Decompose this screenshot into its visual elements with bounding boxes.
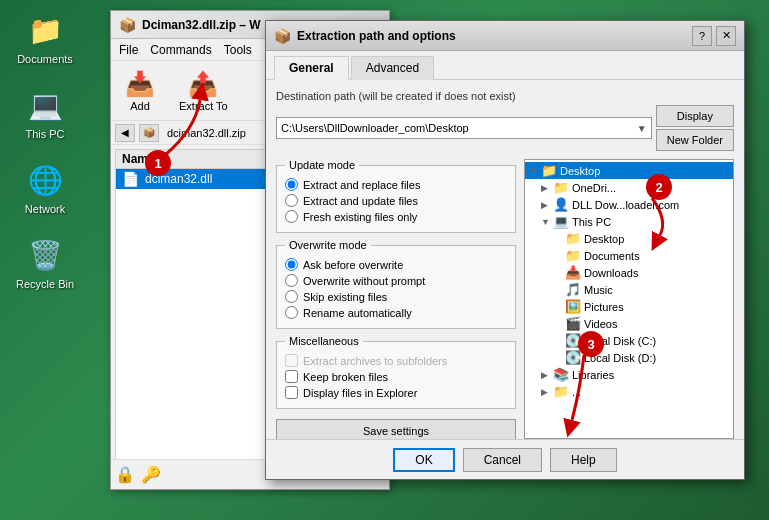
menu-commands[interactable]: Commands	[150, 43, 211, 57]
path-icon-btn[interactable]: 📦	[139, 124, 159, 142]
without-prompt-radio[interactable]	[285, 274, 298, 287]
menu-file[interactable]: File	[119, 43, 138, 57]
thispc-label: This PC	[25, 128, 64, 140]
display-explorer-label: Display files in Explorer	[303, 387, 417, 399]
path-filename: dciman32.dll.zip	[167, 127, 246, 139]
help-button[interactable]: Help	[550, 448, 617, 472]
tree-item-desktop[interactable]: ▼ 📁 Desktop	[525, 162, 733, 179]
path-back-btn[interactable]: ◀	[115, 124, 135, 142]
extract-replace-label: Extract and replace files	[303, 179, 420, 191]
tree-item-libraries[interactable]: ▶ 📚 Libraries	[525, 366, 733, 383]
dropdown-arrow-icon: ▼	[637, 123, 647, 134]
new-folder-button[interactable]: New Folder	[656, 129, 734, 151]
dialog-title: Extraction path and options	[297, 29, 456, 43]
tree-item-dlldownloader[interactable]: ▶ 👤 DLL Dow...loader.com	[525, 196, 733, 213]
expand-icon: ▼	[529, 166, 541, 176]
explorer-title-icon: 📦	[119, 17, 136, 33]
ok-button[interactable]: OK	[393, 448, 454, 472]
tree-label-desktop: Desktop	[560, 165, 600, 177]
tab-general[interactable]: General	[274, 56, 349, 80]
tree-item-desktop2[interactable]: 📁 Desktop	[525, 230, 733, 247]
extract-replace-radio[interactable]	[285, 178, 298, 191]
extract-to-button[interactable]: 📤 Extract To	[173, 66, 234, 116]
extract-subfolders-checkbox[interactable]	[285, 354, 298, 367]
tree-label-onedrive: OneDri...	[572, 182, 616, 194]
thispc-icon[interactable]: 💻 This PC	[10, 85, 80, 140]
network-label: Network	[25, 203, 65, 215]
skip-existing-label: Skip existing files	[303, 291, 387, 303]
network-icon[interactable]: 🌐 Network	[10, 160, 80, 215]
tree-label-videos: Videos	[584, 318, 617, 330]
tree-label-pictures: Pictures	[584, 301, 624, 313]
tree-item-music[interactable]: 🎵 Music	[525, 281, 733, 298]
close-title-btn[interactable]: ✕	[716, 26, 736, 46]
tree-item-downloads[interactable]: 📥 Downloads	[525, 264, 733, 281]
tree-item-localdiskc[interactable]: 💽 Local Disk (C:)	[525, 332, 733, 349]
miscellaneous-group: Miscellaneous Extract archives to subfol…	[276, 335, 516, 409]
tree-label-music: Music	[584, 284, 613, 296]
fresh-existing-label: Fresh existing files only	[303, 211, 417, 223]
options-panel: Update mode Extract and replace files Ex…	[276, 159, 516, 439]
tree-item-onedrive[interactable]: ▶ 📁 OneDri...	[525, 179, 733, 196]
content-split: Update mode Extract and replace files Ex…	[276, 159, 734, 439]
misc-legend: Miscellaneous	[285, 335, 363, 347]
extraction-dialog: 📦 Extraction path and options ? ✕ Genera…	[265, 20, 745, 480]
tree-label-localdiskd: Local Disk (D:)	[584, 352, 656, 364]
fresh-existing-radio[interactable]	[285, 210, 298, 223]
folder-tree-panel: ▼ 📁 Desktop ▶ 📁 OneDri... ▶ 👤 DLL D	[524, 159, 734, 439]
fresh-existing-row[interactable]: Fresh existing files only	[285, 210, 507, 223]
ask-before-radio[interactable]	[285, 258, 298, 271]
explorer-title: Dciman32.dll.zip – W	[142, 18, 261, 32]
skip-existing-radio[interactable]	[285, 290, 298, 303]
ask-before-label: Ask before overwrite	[303, 259, 403, 271]
file-name: dciman32.dll	[145, 172, 212, 186]
tree-label-unknown: ...	[572, 386, 581, 398]
menu-tools[interactable]: Tools	[224, 43, 252, 57]
update-mode-group: Update mode Extract and replace files Ex…	[276, 159, 516, 233]
rename-auto-radio[interactable]	[285, 306, 298, 319]
dialog-tabs: General Advanced	[266, 51, 744, 80]
tree-label-downloads: Downloads	[584, 267, 638, 279]
documents-icon[interactable]: 📁 Documents	[10, 10, 80, 65]
help-title-btn[interactable]: ?	[692, 26, 712, 46]
tree-item-thispc[interactable]: ▼ 💻 This PC	[525, 213, 733, 230]
add-button[interactable]: 📥 Add	[119, 66, 161, 116]
update-mode-legend: Update mode	[285, 159, 359, 171]
recyclebin-icon[interactable]: 🗑️ Recycle Bin	[10, 235, 80, 290]
tree-label-documents: Documents	[584, 250, 640, 262]
file-icon: 📄	[122, 171, 139, 187]
destination-path-value: C:\Users\DllDownloader_com\Desktop	[281, 122, 469, 134]
add-label: Add	[130, 100, 150, 112]
dialog-titlebar: 📦 Extraction path and options ? ✕	[266, 21, 744, 51]
dialog-content: Destination path (will be created if doe…	[266, 80, 744, 449]
tree-item-videos[interactable]: 🎬 Videos	[525, 315, 733, 332]
destination-path-input[interactable]: C:\Users\DllDownloader_com\Desktop ▼	[276, 117, 652, 139]
tree-label-localdiskc: Local Disk (C:)	[584, 335, 656, 347]
tree-label-dlldownloader: DLL Dow...loader.com	[572, 199, 679, 211]
cancel-button[interactable]: Cancel	[463, 448, 542, 472]
tree-label-thispc: This PC	[572, 216, 611, 228]
destination-label: Destination path (will be created if doe…	[276, 90, 734, 102]
tab-advanced[interactable]: Advanced	[351, 56, 434, 80]
tree-item-documents[interactable]: 📁 Documents	[525, 247, 733, 264]
rename-auto-label: Rename automatically	[303, 307, 412, 319]
desktop-icon-list: 📁 Documents 💻 This PC 🌐 Network 🗑️ Recyc…	[10, 10, 80, 290]
keep-broken-label: Keep broken files	[303, 371, 388, 383]
tree-item-unknown[interactable]: ▶ 📁 ...	[525, 383, 733, 400]
folder-tree-scroll[interactable]: ▼ 📁 Desktop ▶ 📁 OneDri... ▶ 👤 DLL D	[525, 160, 733, 438]
overwrite-mode-legend: Overwrite mode	[285, 239, 371, 251]
extract-replace-row[interactable]: Extract and replace files	[285, 178, 507, 191]
dialog-footer: OK Cancel Help	[266, 439, 744, 479]
extract-subfolders-label: Extract archives to subfolders	[303, 355, 447, 367]
extract-update-row[interactable]: Extract and update files	[285, 194, 507, 207]
display-button[interactable]: Display	[656, 105, 734, 127]
destination-section: Destination path (will be created if doe…	[276, 90, 734, 151]
keep-broken-checkbox[interactable]	[285, 370, 298, 383]
tree-item-localdiskd[interactable]: 💽 Local Disk (D:)	[525, 349, 733, 366]
extract-update-radio[interactable]	[285, 194, 298, 207]
tree-item-pictures[interactable]: 🖼️ Pictures	[525, 298, 733, 315]
dialog-title-icon: 📦	[274, 28, 291, 44]
display-explorer-checkbox[interactable]	[285, 386, 298, 399]
extract-label: Extract To	[179, 100, 228, 112]
recyclebin-label: Recycle Bin	[16, 278, 74, 290]
